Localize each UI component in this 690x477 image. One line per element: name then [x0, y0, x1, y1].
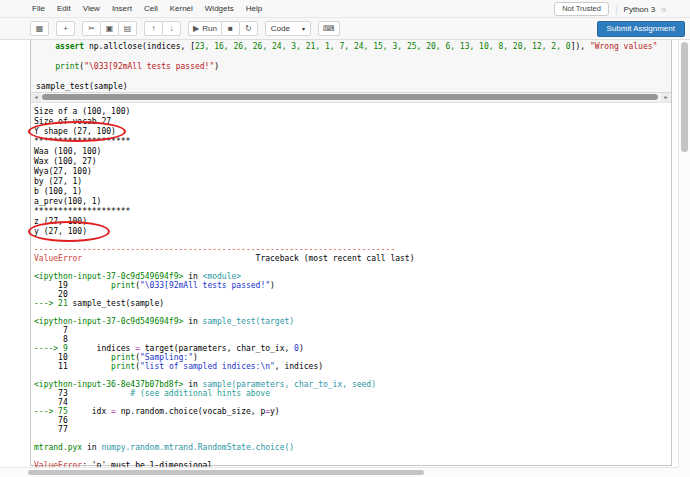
- text-token: "\033[92mAll tests passed!": [84, 62, 214, 71]
- text-token: sample_test(target): [203, 317, 295, 326]
- scrollbar-corner: [678, 467, 690, 477]
- code-cell[interactable]: assert np.allclose(indices, [23, 16, 26,…: [30, 40, 672, 466]
- traceback-line: 10 print("Sampling:"): [34, 353, 671, 362]
- scroll-right-icon[interactable]: ▸: [661, 93, 671, 102]
- output-area: Size of a (100, 100)Size of vocab 27Y sh…: [31, 103, 671, 467]
- not-trusted-button[interactable]: Not Trusted: [554, 2, 609, 16]
- cell-scrollbar-thumb[interactable]: [42, 94, 658, 100]
- text-token: numpy.random.mtrand.RandomState.choice(): [101, 443, 294, 452]
- arrow-up-icon: ↑: [152, 25, 156, 33]
- text-token: Traceback (most recent call last): [82, 254, 414, 263]
- text-token: print: [111, 362, 135, 371]
- menu-kernel[interactable]: Kernel: [164, 0, 199, 18]
- text-token: 74: [34, 398, 68, 407]
- menu-cell[interactable]: Cell: [138, 0, 164, 18]
- text-token: ): [299, 344, 304, 353]
- cut-cell-button[interactable]: ✂: [82, 21, 101, 36]
- output-line: ********************: [34, 137, 671, 147]
- output-line: ********************: [34, 207, 671, 217]
- vertical-scrollbar-thumb[interactable]: [681, 42, 688, 152]
- save-icon: ▦: [36, 25, 44, 33]
- toolbar-group: ✂▣▤: [82, 21, 137, 36]
- traceback-line: mtrand.pyx in numpy.random.mtrand.Random…: [34, 443, 671, 452]
- text-token: [36, 42, 55, 51]
- stop-icon: ■: [228, 25, 233, 33]
- menu-view[interactable]: View: [77, 0, 106, 18]
- restart-kernel-button[interactable]: ↻: [239, 21, 258, 36]
- traceback-line: <ipython-input-37-0c9d549694f9> in <modu…: [34, 272, 671, 281]
- text-token: ----> 9: [34, 344, 68, 353]
- text-token: 7: [34, 326, 68, 335]
- text-token: "Sampling:": [140, 353, 193, 362]
- text-token: ---> 21: [34, 299, 73, 308]
- output-plain: Size of a (100, 100)Size of vocab 27Y sh…: [34, 107, 671, 237]
- code-lines: assert np.allclose(indices, [23, 16, 26,…: [36, 42, 671, 92]
- text-token: "list of sampled indices:\n": [140, 362, 275, 371]
- text-token: 11: [34, 362, 111, 371]
- menubar: FileEditViewInsertCellKernelWidgetsHelp …: [0, 0, 690, 18]
- copy-cell-button[interactable]: ▣: [100, 21, 119, 36]
- text-token: idx: [68, 407, 111, 416]
- run-button[interactable]: ▶Run: [188, 21, 222, 36]
- chevron-down-icon: ▾: [302, 25, 305, 32]
- text-token: mtrand.pyx: [34, 443, 82, 452]
- traceback-line: [34, 452, 671, 461]
- traceback-line: 11 print("list of sampled indices:\n", i…: [34, 362, 671, 371]
- text-token: 77: [34, 425, 68, 434]
- traceback-line: 8: [34, 335, 671, 344]
- traceback-line: 77: [34, 425, 671, 434]
- traceback-line: [34, 371, 671, 380]
- text-token: <ipython-input-37-0c9d549694f9>: [34, 272, 183, 281]
- text-token: "\033[92mAll tests passed!": [140, 281, 270, 290]
- traceback-line: 19 print("\033[92mAll tests passed!"): [34, 281, 671, 290]
- text-token: target(parameters, char_to_ix,: [140, 344, 294, 353]
- output-line: b (100, 1): [34, 187, 671, 197]
- vertical-scrollbar[interactable]: [678, 40, 690, 467]
- traceback-line: ---> 21 sample_test(sample): [34, 299, 671, 308]
- traceback-line: 74: [34, 398, 671, 407]
- text-token: sample_test(sample): [36, 82, 128, 91]
- scroll-left-icon[interactable]: ◂: [31, 93, 41, 102]
- traceback-line: [34, 308, 671, 317]
- code-editor[interactable]: assert np.allclose(indices, [23, 16, 26,…: [31, 40, 671, 93]
- text-token: indices: [68, 344, 135, 353]
- play-icon: ▶: [193, 25, 199, 33]
- move-cell-down-button[interactable]: ↓: [162, 21, 181, 36]
- move-cell-up-button[interactable]: ↑: [144, 21, 163, 36]
- traceback-line: ValueError Traceback (most recent call l…: [34, 254, 671, 263]
- menu-help[interactable]: Help: [240, 0, 268, 18]
- paste-cell-button[interactable]: ▤: [118, 21, 137, 36]
- cell-horizontal-scrollbar[interactable]: ◂ ▸: [31, 93, 671, 103]
- add-cell-button[interactable]: +: [56, 21, 75, 36]
- arrow-down-icon: ↓: [170, 25, 174, 33]
- text-token: 19: [34, 281, 111, 290]
- paste-icon: ▤: [124, 25, 132, 33]
- menu-file[interactable]: File: [26, 0, 51, 18]
- toolbar-group: ⌨: [318, 21, 340, 36]
- code-line: assert np.allclose(indices, [23, 16, 26,…: [36, 42, 671, 52]
- text-token: 73: [34, 389, 130, 398]
- submit-assignment-button[interactable]: Submit Assignment: [597, 21, 685, 37]
- output-line: by (27, 1): [34, 177, 671, 187]
- cell-type-select[interactable]: Code ▾: [265, 21, 311, 36]
- save-button[interactable]: ▦: [30, 21, 49, 36]
- output-line: y (27, 100): [34, 227, 671, 237]
- text-token: print: [55, 62, 79, 71]
- menubar-divider: |: [615, 4, 618, 15]
- menubar-right: Not Trusted | Python 3 ○: [554, 0, 666, 18]
- horizontal-scrollbar-thumb[interactable]: [28, 470, 424, 475]
- toolbar-group: +: [56, 21, 75, 36]
- keyboard-icon: ⌨: [323, 25, 335, 33]
- traceback-line: <ipython-input-37-0c9d549694f9> in sampl…: [34, 317, 671, 326]
- output-line: z (27, 100): [34, 217, 671, 227]
- traceback-line: 76: [34, 416, 671, 425]
- menu-insert[interactable]: Insert: [106, 0, 138, 18]
- text-token: in: [82, 443, 101, 452]
- menu-edit[interactable]: Edit: [51, 0, 77, 18]
- horizontal-scrollbar[interactable]: [0, 467, 678, 477]
- traceback-line: 7: [34, 326, 671, 335]
- command-palette-button[interactable]: ⌨: [318, 21, 340, 36]
- toolbar-button-groups: ▦+✂▣▤↑↓▶Run■↻: [30, 21, 265, 36]
- menu-widgets[interactable]: Widgets: [199, 0, 240, 18]
- interrupt-kernel-button[interactable]: ■: [221, 21, 240, 36]
